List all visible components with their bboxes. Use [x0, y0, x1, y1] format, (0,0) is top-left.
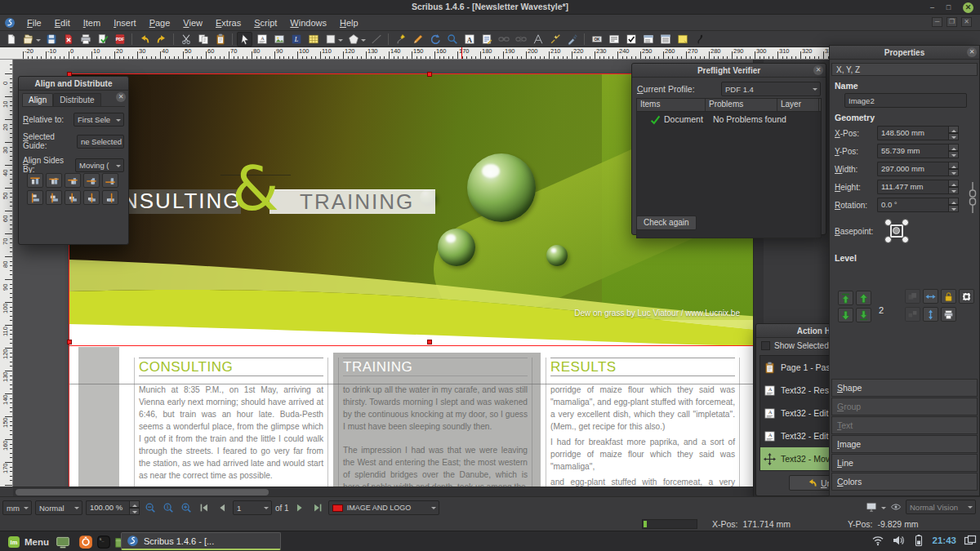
doc-open-button[interactable] [20, 32, 36, 47]
horizontal-scrollbar-thumb[interactable] [16, 489, 269, 495]
chevron-down-icon[interactable] [361, 39, 366, 44]
pdf-check-box-button[interactable] [623, 32, 639, 47]
scissors-button[interactable] [178, 32, 194, 47]
spinbox-y-pos[interactable]: 55.739 mm [877, 144, 959, 158]
doc-save-button[interactable] [43, 32, 59, 47]
column-header-layer[interactable]: Layer [777, 99, 819, 111]
align-sides-select[interactable]: Moving ( [75, 158, 124, 172]
menu-script[interactable]: Script [247, 16, 283, 29]
text-column-1[interactable]: CONSULTINGMunich at 8:35 P.M., on 1st Ma… [134, 358, 328, 487]
flip-vertical-button[interactable] [923, 307, 938, 322]
launcher-orange-icon[interactable] [78, 535, 93, 549]
shape-square-button[interactable] [323, 32, 338, 47]
menu-edit[interactable]: Edit [48, 16, 77, 29]
image-frame-button[interactable] [271, 32, 287, 47]
spin-up-icon[interactable] [948, 198, 959, 205]
minimize-icon[interactable]: – [927, 2, 938, 13]
menu-file[interactable]: File [20, 16, 48, 29]
spin-up-icon[interactable] [948, 126, 959, 133]
spin-down-icon[interactable] [948, 151, 959, 158]
pdf-text-field-button[interactable] [606, 32, 621, 47]
printer-button[interactable] [78, 32, 93, 47]
mdi-close-icon[interactable]: ✕ [961, 17, 972, 27]
unit-select[interactable]: mm [2, 500, 32, 515]
quality-select[interactable]: Normal [35, 500, 82, 515]
basepoint-bottomright[interactable] [902, 236, 909, 243]
properties-close-icon[interactable]: ✕ [967, 47, 977, 57]
spinbox-width[interactable]: 297.000 mm [877, 162, 959, 176]
zoom-100-button[interactable]: 1 [161, 500, 176, 515]
align-button-8[interactable] [65, 190, 81, 205]
align-button-3[interactable] [65, 173, 81, 188]
align-button-7[interactable] [46, 190, 62, 205]
align-button-10[interactable] [102, 190, 118, 205]
pencil-button[interactable] [410, 32, 425, 47]
horizontal-scrollbar[interactable] [13, 487, 753, 496]
section-colors[interactable]: Colors [831, 473, 978, 491]
clock[interactable]: 21:43 [933, 535, 956, 545]
magic-wand-button[interactable] [547, 32, 563, 47]
menu-button[interactable]: lm Menu [2, 533, 54, 550]
undo-arrow-button[interactable] [136, 32, 152, 47]
menu-windows[interactable]: Windows [283, 16, 333, 29]
first-page-button[interactable] [197, 500, 212, 515]
preflight-result-row[interactable]: DocumentNo Problems found [637, 112, 821, 127]
properties-title[interactable]: Properties [830, 46, 979, 60]
doc-close-button[interactable] [60, 32, 76, 47]
show-desktop-icon[interactable] [56, 535, 70, 549]
last-page-button[interactable] [310, 500, 325, 515]
menu-insert[interactable]: Insert [107, 16, 143, 29]
layer-select[interactable]: IMAGE AND LOGO [328, 500, 439, 515]
section-shape[interactable]: Shape [831, 379, 978, 397]
preflight-title[interactable]: Preflight Verifier [632, 64, 826, 78]
measure-tool-button[interactable] [530, 32, 546, 47]
link-width-height-icon[interactable] [969, 179, 977, 216]
flip-horizontal-button[interactable] [923, 289, 938, 304]
spinbox-rotation[interactable]: 0.0 ° [877, 198, 959, 212]
group-button[interactable] [905, 289, 920, 304]
align-panel-title[interactable]: Align and Distribute [19, 77, 128, 91]
profile-select[interactable]: PDF 1.4 [721, 82, 821, 96]
align-button-6[interactable] [27, 190, 43, 205]
align-button-1[interactable] [27, 173, 43, 188]
menu-page[interactable]: Page [143, 16, 177, 29]
mdi-minimize-icon[interactable]: ─ [932, 17, 942, 27]
spinbox-x-pos[interactable]: 148.500 mm [877, 126, 959, 140]
column-header-problems[interactable]: Problems [706, 99, 777, 111]
previous-page-button[interactable] [215, 500, 229, 515]
pdf-text-annotation-button[interactable] [675, 32, 690, 47]
align-panel-close-icon[interactable]: ✕ [116, 92, 126, 102]
magnifier-button[interactable] [444, 32, 460, 47]
menu-extras[interactable]: Extras [209, 16, 247, 29]
align-button-5[interactable] [102, 173, 118, 188]
check-again-button[interactable]: Check again [636, 216, 697, 230]
vision-preview-icon[interactable] [889, 500, 903, 514]
clipboard-paste-button[interactable] [212, 32, 228, 47]
chevron-down-icon[interactable] [338, 39, 343, 44]
preflight-check-button[interactable] [95, 32, 110, 47]
polygon-pentagon-button[interactable] [345, 32, 361, 47]
spin-up-icon[interactable] [948, 144, 959, 151]
redo-arrow-button[interactable] [154, 32, 169, 47]
text-column-3[interactable]: RESULTSporridge of maize flour which the… [546, 358, 740, 487]
spin-down-icon[interactable] [948, 187, 959, 194]
rotate-tool-button[interactable] [427, 32, 443, 47]
chevron-down-icon[interactable] [36, 39, 41, 44]
scribus-task-button[interactable]: Scribus 1.4.6 - [... [121, 532, 281, 550]
mdi-restore-icon[interactable]: ❐ [947, 17, 957, 27]
lock-size-button[interactable] [959, 289, 974, 304]
lower-button[interactable] [838, 308, 853, 322]
basepoint-bottomleft[interactable] [884, 236, 892, 243]
preflight-close-icon[interactable]: ✕ [813, 65, 823, 75]
zoom-in-button[interactable] [179, 500, 194, 515]
zoom-spinbox[interactable]: 100.00 % [86, 500, 140, 515]
selection-handle[interactable] [67, 340, 72, 344]
close-icon[interactable]: ✕ [963, 2, 973, 13]
relative-to-select[interactable]: First Sele [74, 113, 124, 127]
pdf-list-box-button[interactable] [657, 32, 673, 47]
spinbox-height[interactable]: 111.477 mm [877, 180, 959, 194]
workspace-switcher-icon[interactable] [964, 534, 977, 547]
doc-new-button[interactable] [3, 32, 19, 47]
maximize-icon[interactable]: □ [943, 2, 954, 13]
raise-to-top-button[interactable] [838, 291, 853, 305]
